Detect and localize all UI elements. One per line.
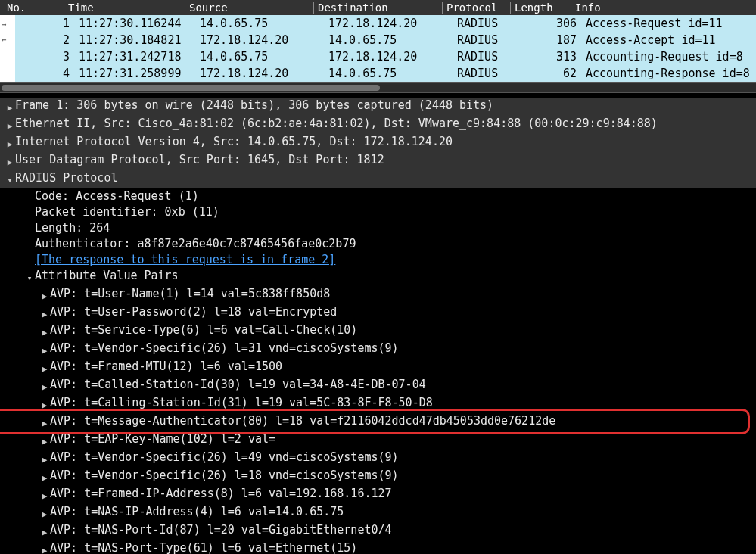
caret-right-icon: ▶ — [39, 377, 50, 395]
avp-row[interactable]: ▶AVP: t=Called-Station-Id(30) l=19 val=3… — [0, 377, 756, 395]
packet-row[interactable]: 411:27:31.258999172.18.124.2014.0.65.75R… — [15, 65, 756, 82]
arrow-right-icon: → — [2, 20, 7, 30]
col-length[interactable]: Length — [510, 2, 571, 14]
col-source[interactable]: Source — [185, 2, 313, 14]
tree-udp[interactable]: ▶User Datagram Protocol, Src Port: 1645,… — [0, 152, 756, 170]
radius-authenticator[interactable]: Authenticator: a8f87e2a6e40c7c87465456fa… — [0, 236, 756, 252]
caret-right-icon: ▶ — [39, 431, 50, 450]
packet-rows: 111:27:30.11624414.0.65.75172.18.124.20R… — [15, 15, 756, 82]
packet-row[interactable]: 211:27:30.184821172.18.124.2014.0.65.75R… — [15, 32, 756, 48]
packet-row[interactable]: 111:27:30.11624414.0.65.75172.18.124.20R… — [15, 15, 756, 32]
caret-right-icon: ▶ — [5, 152, 15, 170]
col-info[interactable]: Info — [571, 2, 753, 14]
scrollbar-thumb[interactable] — [2, 85, 380, 91]
col-time[interactable]: Time — [64, 2, 185, 14]
avp-row[interactable]: ▶AVP: t=EAP-Key-Name(102) l=2 val= — [0, 431, 756, 450]
avp-row[interactable]: ▶AVP: t=Calling-Station-Id(31) l=19 val=… — [0, 395, 756, 413]
avp-row[interactable]: ▶AVP: t=Message-Authenticator(80) l=18 v… — [0, 413, 756, 431]
caret-down-icon: ▾ — [5, 170, 15, 188]
avp-row[interactable]: ▶AVP: t=Vendor-Specific(26) l=31 vnd=cis… — [0, 341, 756, 359]
packet-row[interactable]: 311:27:31.24271814.0.65.75172.18.124.20R… — [15, 48, 756, 65]
packet-list-header: No. Time Source Destination Protocol Len… — [0, 0, 756, 15]
arrow-left-icon: ← — [2, 35, 7, 45]
avp-list: ▶AVP: t=User-Name(1) l=14 val=5c838ff850… — [0, 286, 756, 554]
caret-right-icon: ▶ — [39, 322, 50, 341]
radius-packet-id[interactable]: Packet identifier: 0xb (11) — [0, 204, 756, 220]
caret-right-icon: ▶ — [39, 450, 50, 468]
caret-right-icon: ▶ — [5, 98, 15, 116]
radius-length[interactable]: Length: 264 — [0, 220, 756, 236]
avp-row[interactable]: ▶AVP: t=Vendor-Specific(26) l=18 vnd=cis… — [0, 468, 756, 486]
avp-row[interactable]: ▶AVP: t=Framed-IP-Address(8) l=6 val=192… — [0, 486, 756, 504]
avp-row[interactable]: ▶AVP: t=Framed-MTU(12) l=6 val=1500 — [0, 359, 756, 377]
avp-row[interactable]: ▶AVP: t=Service-Type(6) l=6 val=Call-Che… — [0, 322, 756, 341]
avp-row[interactable]: ▶AVP: t=Vendor-Specific(26) l=49 vnd=cis… — [0, 450, 756, 468]
caret-right-icon: ▶ — [39, 522, 50, 540]
tree-ethernet[interactable]: ▶Ethernet II, Src: Cisco_4a:81:02 (6c:b2… — [0, 116, 756, 134]
caret-right-icon: ▶ — [39, 341, 50, 359]
caret-down-icon: ▾ — [24, 268, 35, 286]
caret-right-icon: ▶ — [39, 468, 50, 486]
avp-row[interactable]: ▶AVP: t=NAS-Port-Type(61) l=6 val=Ethern… — [0, 540, 756, 554]
avp-row[interactable]: ▶AVP: t=NAS-IP-Address(4) l=6 val=14.0.6… — [0, 504, 756, 522]
caret-right-icon: ▶ — [39, 413, 50, 431]
caret-right-icon: ▶ — [39, 359, 50, 377]
caret-right-icon: ▶ — [39, 540, 50, 554]
radius-response-link[interactable]: [The response to this request is in fram… — [0, 252, 756, 268]
col-protocol[interactable]: Protocol — [442, 2, 510, 14]
col-no[interactable]: No. — [3, 2, 64, 14]
packet-list-pane: No. Time Source Destination Protocol Len… — [0, 0, 756, 82]
caret-right-icon: ▶ — [5, 134, 15, 152]
caret-right-icon: ▶ — [39, 395, 50, 413]
caret-right-icon: ▶ — [39, 504, 50, 522]
caret-right-icon: ▶ — [5, 116, 15, 134]
caret-right-icon: ▶ — [39, 486, 50, 504]
tree-frame[interactable]: ▶Frame 1: 306 bytes on wire (2448 bits),… — [0, 98, 756, 116]
avp-row[interactable]: ▶AVP: t=NAS-Port-Id(87) l=20 val=Gigabit… — [0, 522, 756, 540]
avp-row[interactable]: ▶AVP: t=User-Password(2) l=18 val=Encryp… — [0, 304, 756, 322]
packet-details-pane: ▶Frame 1: 306 bytes on wire (2448 bits),… — [0, 93, 756, 554]
horizontal-scrollbar[interactable] — [0, 82, 756, 93]
tree-ip[interactable]: ▶Internet Protocol Version 4, Src: 14.0.… — [0, 134, 756, 152]
packet-gutter: → ← — [0, 15, 15, 82]
col-destination[interactable]: Destination — [313, 2, 442, 14]
tree-avp-header[interactable]: ▾Attribute Value Pairs — [0, 268, 756, 286]
caret-right-icon: ▶ — [39, 304, 50, 322]
radius-code[interactable]: Code: Access-Request (1) — [0, 188, 756, 204]
caret-right-icon: ▶ — [39, 286, 50, 304]
avp-row[interactable]: ▶AVP: t=User-Name(1) l=14 val=5c838ff850… — [0, 286, 756, 304]
tree-radius[interactable]: ▾RADIUS Protocol — [0, 170, 756, 188]
